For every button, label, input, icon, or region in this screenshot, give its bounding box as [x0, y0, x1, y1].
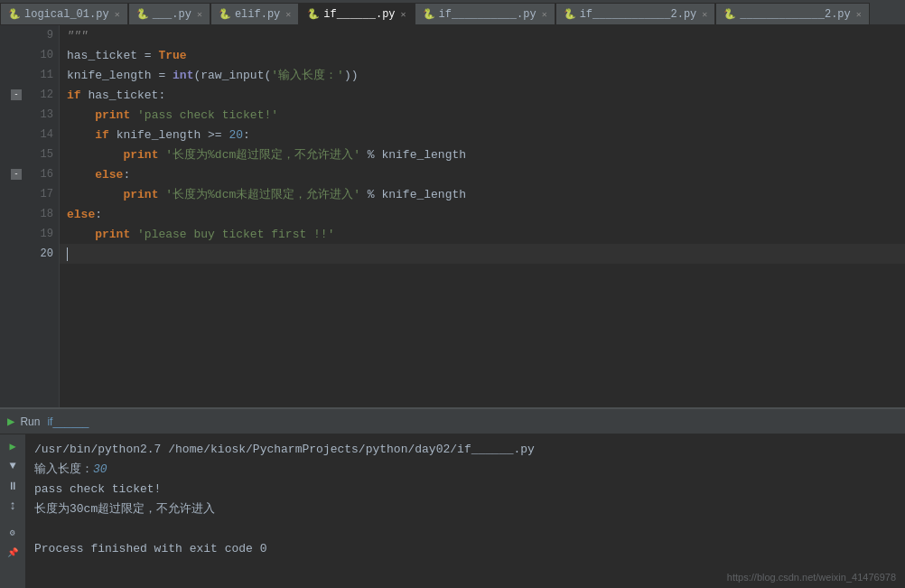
code-line-19: print 'please buy ticket first !!': [60, 224, 905, 244]
run-output-line1: pass check ticket!: [34, 480, 896, 499]
line-num-12: 12: [27, 85, 59, 105]
run-stop-button[interactable]: ▼: [5, 458, 21, 474]
run-content: ▶ ▼ ⏸ ↕ ⚙ 📌 /usr/bin/python2.7 /home/kio…: [0, 434, 905, 588]
tab-close-if6[interactable]: ✕: [401, 9, 406, 20]
run-rerun-button[interactable]: ↕: [5, 498, 21, 514]
code-line-12: if has_ticket:: [60, 85, 905, 105]
tab-bar: 🐍 logical_01.py ✕ 🐍 ___.py ✕ 🐍 elif.py ✕…: [0, 0, 905, 25]
run-pause-button[interactable]: ⏸: [5, 478, 21, 494]
code-line-9: """: [60, 25, 905, 45]
line-num-10: 10: [27, 45, 59, 65]
code-line-15: print '长度为%dcm超过限定，不允许进入' % knife_length: [60, 145, 905, 164]
tab-label-logical01: logical_01.py: [24, 8, 109, 21]
line-num-18: 18: [27, 204, 59, 224]
tab-close-if12[interactable]: ✕: [702, 9, 707, 20]
code-line-17: print '长度为%dcm未超过限定，允许进入' % knife_length: [60, 184, 905, 204]
tab-close-blank2[interactable]: ✕: [856, 9, 862, 20]
gutter-10: [0, 45, 27, 65]
code-line-14: if knife_length >= 20:: [60, 125, 905, 145]
tab-close-elif[interactable]: ✕: [285, 9, 291, 20]
gutter-18: [0, 204, 27, 224]
run-output-finish: Process finished with exit code 0: [34, 539, 896, 559]
gutter-17: [0, 184, 27, 204]
code-line-10: has_ticket = True: [60, 45, 905, 65]
code-line-16: else:: [60, 164, 905, 184]
run-output-prompt: 输入长度：30: [34, 460, 896, 480]
tab-icon-if6: 🐍: [307, 8, 320, 20]
tab-icon-if12: 🐍: [564, 8, 576, 20]
cursor: [67, 247, 75, 261]
tab-label-elif: elif.py: [235, 8, 280, 21]
line-num-11: 11: [27, 65, 59, 85]
gutter-9: [0, 25, 27, 45]
line-num-19: 19: [27, 224, 59, 244]
tab-label-blank1: ___.py: [153, 8, 191, 21]
tab-if6[interactable]: 🐍 if______.py ✕: [299, 3, 414, 24]
gutter-14: [0, 125, 27, 145]
tab-label-if10: if__________.py: [439, 8, 536, 21]
run-tab-label: if______: [47, 415, 89, 428]
run-watermark: https://blog.csdn.net/weixin_41476978: [727, 572, 896, 583]
editor-area: - - 9 10 11 12 13 14 15 16 17 18 19 20: [0, 25, 905, 407]
gutter-19: [0, 224, 27, 244]
code-line-13: print 'pass check ticket!': [60, 105, 905, 125]
run-output-line2: 长度为30cm超过限定，不允许进入: [34, 499, 896, 519]
run-sidebar: ▶ ▼ ⏸ ↕ ⚙ 📌: [0, 434, 25, 588]
gutter-12[interactable]: -: [0, 85, 27, 105]
tab-close-logical01[interactable]: ✕: [115, 9, 120, 20]
code-line-20[interactable]: [60, 244, 905, 264]
fold-gutter: - -: [0, 25, 27, 407]
line-num-13: 13: [27, 105, 59, 125]
tab-label-if6: if______.py: [323, 8, 395, 21]
line-num-17: 17: [27, 184, 59, 204]
tab-if12[interactable]: 🐍 if____________2.py ✕: [555, 3, 716, 24]
run-output-cmd: /usr/bin/python2.7 /home/kiosk/PycharmPr…: [34, 440, 896, 460]
run-icon: ▶: [7, 414, 14, 429]
line-num-16: 16: [27, 164, 59, 184]
tab-icon-logical01: 🐍: [8, 8, 21, 20]
tab-close-if10[interactable]: ✕: [542, 9, 547, 20]
run-settings-button[interactable]: ⚙: [5, 525, 21, 541]
fold-icon-16[interactable]: -: [11, 169, 22, 180]
gutter-16[interactable]: -: [0, 164, 27, 184]
line-num-15: 15: [27, 145, 59, 164]
tab-blank2[interactable]: 🐍 _____________2.py ✕: [715, 3, 869, 24]
line-numbers: 9 10 11 12 13 14 15 16 17 18 19 20: [27, 25, 60, 407]
code-area[interactable]: """ has_ticket = True knife_length = int…: [60, 25, 905, 407]
code-line-18: else:: [60, 204, 905, 224]
tab-logical01[interactable]: 🐍 logical_01.py ✕: [0, 3, 128, 24]
gutter-20: [0, 244, 27, 264]
run-panel: ▶ Run if______ ▶ ▼ ⏸ ↕ ⚙ 📌 /usr/bin/pyth…: [0, 407, 905, 588]
run-play-button[interactable]: ▶: [5, 438, 21, 454]
tab-icon-blank1: 🐍: [136, 8, 149, 20]
run-output-container: /usr/bin/python2.7 /home/kiosk/PycharmPr…: [25, 434, 905, 588]
line-num-14: 14: [27, 125, 59, 145]
code-line-11: knife_length = int(raw_input('输入长度：')): [60, 65, 905, 85]
run-pin-button[interactable]: 📌: [5, 545, 21, 561]
run-output[interactable]: /usr/bin/python2.7 /home/kiosk/PycharmPr…: [25, 434, 905, 565]
tab-label-if12: if____________2.py: [580, 8, 697, 21]
fold-icon-12[interactable]: -: [11, 89, 22, 100]
tab-close-blank1[interactable]: ✕: [197, 9, 202, 20]
line-num-20: 20: [27, 244, 59, 264]
gutter-13: [0, 105, 27, 125]
gutter-11: [0, 65, 27, 85]
gutter-15: [0, 145, 27, 164]
run-output-empty: [34, 519, 896, 539]
run-header: ▶ Run if______: [0, 409, 905, 434]
tab-icon-elif: 🐍: [219, 8, 231, 20]
tab-icon-blank2: 🐍: [723, 8, 736, 20]
tab-elif[interactable]: 🐍 elif.py ✕: [210, 3, 299, 24]
run-title: Run: [20, 415, 40, 428]
tab-icon-if10: 🐍: [423, 8, 435, 20]
line-num-9: 9: [27, 25, 59, 45]
tab-if10[interactable]: 🐍 if__________.py ✕: [415, 3, 555, 24]
tab-label-blank2: _____________2.py: [740, 8, 850, 21]
tab-blank1[interactable]: 🐍 ___.py ✕: [128, 3, 210, 24]
